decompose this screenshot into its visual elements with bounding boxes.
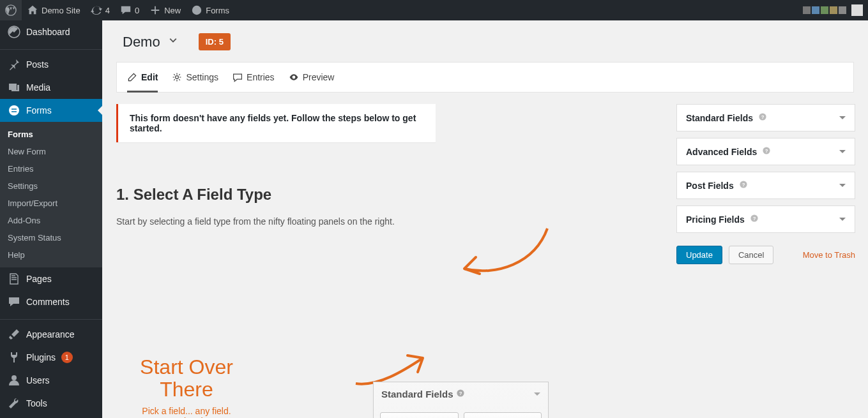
help-icon[interactable]: ? <box>758 112 767 121</box>
sidebar-item-appearance[interactable]: Appearance <box>0 323 102 346</box>
submenu-item-addons[interactable]: Add-Ons <box>0 212 102 229</box>
help-icon[interactable]: ? <box>456 389 465 398</box>
site-name: Demo Site <box>42 6 80 15</box>
sidebar-item-comments[interactable]: Comments <box>0 290 102 313</box>
form-tabs: Edit Settings Entries Preview <box>116 62 854 93</box>
eye-icon <box>289 72 299 82</box>
sidebar-item-posts[interactable]: Posts <box>0 53 102 76</box>
pin-icon <box>8 58 20 71</box>
separator <box>0 317 102 320</box>
sidebar-item-forms[interactable]: Forms <box>0 99 102 122</box>
handwritten-line: Pick a field... any field. <box>142 406 231 416</box>
sidebar-item-media[interactable]: Media <box>0 76 102 99</box>
sidebar-item-label: Dashboard <box>26 27 70 37</box>
side-panel-advanced-fields[interactable]: Advanced Fields ? <box>676 138 855 165</box>
tab-entries[interactable]: Entries <box>232 63 275 92</box>
comments-link[interactable]: 0 <box>115 0 144 20</box>
tab-settings[interactable]: Settings <box>172 63 218 92</box>
handwritten-line: There <box>160 378 213 401</box>
gear-icon <box>172 72 182 82</box>
svg-text:?: ? <box>761 114 765 120</box>
sidebar-item-label: Posts <box>26 59 49 70</box>
comments-count: 0 <box>135 6 139 15</box>
sidebar-item-label: Users <box>26 375 50 385</box>
side-panel-standard-fields[interactable]: Standard Fields ? <box>676 104 855 131</box>
svg-text:?: ? <box>459 391 462 396</box>
form-switch-dropdown[interactable] <box>168 35 178 49</box>
sidebar-item-dashboard[interactable]: Dashboard <box>0 20 102 43</box>
side-panel-post-fields[interactable]: Post Fields ? <box>676 172 855 199</box>
help-icon[interactable]: ? <box>750 214 759 223</box>
handwritten-title: Start OverThere <box>126 356 247 401</box>
sidebar-item-plugins[interactable]: Plugins1 <box>0 346 102 369</box>
tab-label: Settings <box>186 72 218 82</box>
sidebar-item-pages[interactable]: Pages <box>0 267 102 290</box>
tab-edit[interactable]: Edit <box>127 63 158 92</box>
update-button[interactable]: Update <box>676 246 722 264</box>
avatar[interactable] <box>851 4 863 16</box>
admin-sidebar: Dashboard Posts Media Forms Forms New Fo… <box>0 20 102 418</box>
sidebar-item-users[interactable]: Users <box>0 369 102 392</box>
sidebar-item-label: Media <box>26 82 50 93</box>
step-heading: 1. Select A Field Type <box>116 186 664 204</box>
updates-count: 4 <box>105 6 110 15</box>
handwritten-callout: Start OverThere Pick a field... any fiel… <box>126 356 247 418</box>
field-type-button[interactable]: Paragraph Text <box>464 412 542 418</box>
wp-logo[interactable] <box>0 0 22 20</box>
editor-right-column: Standard Fields ?Advanced Fields ?Post F… <box>676 104 855 264</box>
updates-link[interactable]: 4 <box>86 0 115 20</box>
wordpress-icon <box>5 4 17 16</box>
caret-down-icon <box>839 116 846 123</box>
form-title: Demo <box>123 34 160 50</box>
panel-header[interactable]: Standard Fields ? <box>374 382 548 406</box>
cancel-button[interactable]: Cancel <box>729 246 773 264</box>
side-panel-label: Post Fields <box>686 181 734 191</box>
context-label: Forms <box>206 6 229 15</box>
submenu-item-import-export[interactable]: Import/Export <box>0 195 102 212</box>
media-icon <box>8 81 20 94</box>
svg-point-1 <box>192 6 201 15</box>
submenu-item-new-form[interactable]: New Form <box>0 143 102 160</box>
swatch <box>803 6 811 14</box>
help-icon[interactable]: ? <box>739 180 748 189</box>
help-icon[interactable]: ? <box>762 146 771 155</box>
svg-point-5 <box>176 76 179 79</box>
submenu-item-entries[interactable]: Entries <box>0 160 102 177</box>
submenu-item-settings[interactable]: Settings <box>0 177 102 195</box>
tab-preview[interactable]: Preview <box>289 63 335 92</box>
plus-icon <box>149 4 161 16</box>
adminbar-right <box>803 4 868 16</box>
new-label: New <box>164 6 181 15</box>
caret-down-icon <box>839 218 846 224</box>
svg-text:?: ? <box>742 182 745 188</box>
submenu-item-system-status[interactable]: System Status <box>0 229 102 246</box>
move-to-trash-link[interactable]: Move to Trash <box>803 250 855 260</box>
sidebar-submenu-forms: Forms New Form Entries Settings Import/E… <box>0 122 102 267</box>
wrench-icon <box>8 397 20 410</box>
panel-title: Standard Fields <box>381 389 453 399</box>
plugins-badge: 1 <box>61 352 73 363</box>
svg-text:?: ? <box>765 148 768 154</box>
home-icon <box>27 4 38 16</box>
separator <box>0 47 102 50</box>
admin-bar: Demo Site 4 0 New Forms <box>0 0 868 20</box>
context-link[interactable]: Forms <box>186 0 234 20</box>
demo-field-panel: Standard Fields ? Single Line TextParagr… <box>373 382 549 418</box>
svg-point-3 <box>9 105 19 116</box>
handwritten-line: Start Over <box>140 355 233 378</box>
user-icon <box>8 374 20 387</box>
side-panel-label: Standard Fields <box>686 113 753 123</box>
submenu-item-help[interactable]: Help <box>0 246 102 264</box>
new-link[interactable]: New <box>144 0 186 20</box>
swatch <box>821 6 828 14</box>
side-panel-pricing-fields[interactable]: Pricing Fields ? <box>676 205 855 233</box>
field-type-button[interactable]: Single Line Text <box>380 412 459 418</box>
site-link[interactable]: Demo Site <box>22 0 86 20</box>
edit-icon <box>127 72 137 82</box>
submenu-item-forms[interactable]: Forms <box>0 126 102 143</box>
pages-icon <box>8 272 20 285</box>
editor-columns: This form doesn't have any fields yet. F… <box>116 104 855 264</box>
comment-icon <box>120 4 132 16</box>
sidebar-item-tools[interactable]: Tools <box>0 392 102 415</box>
chevron-down-icon <box>168 35 178 45</box>
